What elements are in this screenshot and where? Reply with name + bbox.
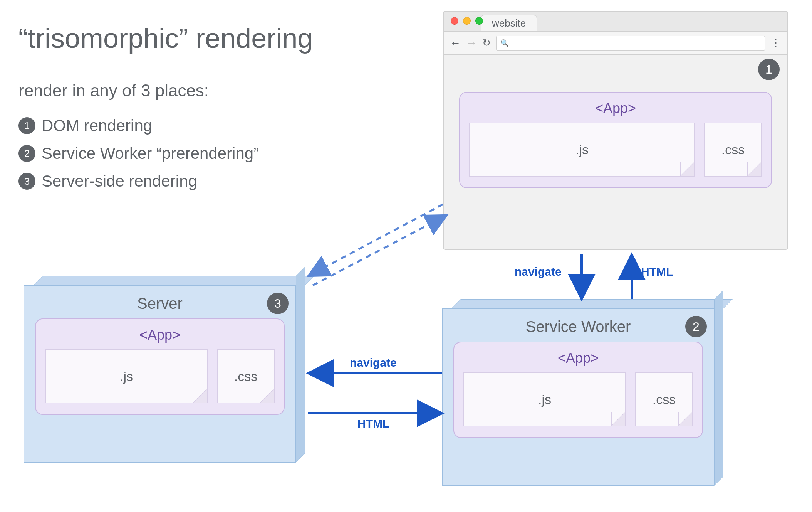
js-file-icon: .js <box>463 372 626 426</box>
css-file-icon: .css <box>635 372 693 426</box>
css-file-icon: .css <box>217 349 275 403</box>
diagram-subtitle: render in any of 3 places: <box>18 81 209 100</box>
file-ext-label: .css <box>721 142 745 157</box>
app-label: <App> <box>463 350 693 366</box>
css-file-icon: .css <box>704 123 762 177</box>
svg-line-0 <box>308 204 443 276</box>
diagram-title: “trisomorphic” rendering <box>18 22 313 54</box>
arrow-label-html-up: HTML <box>641 265 673 278</box>
list-number-badge: 1 <box>18 117 35 134</box>
arrow-label-html-right: HTML <box>357 417 389 430</box>
minimize-icon <box>463 17 471 25</box>
browser-tab: website <box>481 15 537 31</box>
window-traffic-lights <box>451 17 483 25</box>
browser-tabbar: website <box>444 12 787 32</box>
service-worker-title: Service Worker <box>453 318 703 335</box>
app-panel: <App> .js .css <box>35 318 285 415</box>
arrow-label-navigate-down: navigate <box>515 265 562 278</box>
reload-icon: ↻ <box>482 37 491 49</box>
app-panel: <App> .js .css <box>453 342 703 438</box>
file-ext-label: .css <box>234 369 257 384</box>
list-number-badge: 2 <box>18 145 35 162</box>
list-number-badge: 3 <box>18 173 35 190</box>
app-panel: <App> .js .css <box>459 92 772 188</box>
js-file-icon: .js <box>45 349 208 403</box>
close-icon <box>451 17 458 25</box>
address-bar: 🔍 <box>496 36 765 51</box>
back-icon: ← <box>450 37 461 49</box>
file-row: .js .css <box>463 372 693 426</box>
browser-toolbar: ← → ↻ 🔍 ⋮ <box>444 32 787 55</box>
browser-window: website ← → ↻ 🔍 ⋮ 1 <App> .js .css <box>443 11 788 250</box>
file-ext-label: .js <box>120 369 133 384</box>
location-badge-2: 2 <box>685 316 707 337</box>
svg-line-1 <box>313 215 447 285</box>
service-worker-block: Service Worker 2 <App> .js .css <box>442 308 714 486</box>
location-badge-1: 1 <box>758 59 780 80</box>
location-badge-3: 3 <box>267 293 289 314</box>
file-ext-label: .css <box>653 392 676 407</box>
search-icon: 🔍 <box>500 39 509 47</box>
js-file-icon: .js <box>469 123 695 177</box>
menu-icon: ⋮ <box>770 37 781 49</box>
server-title: Server <box>35 295 285 312</box>
arrow-label-navigate-left: navigate <box>350 356 397 369</box>
places-list: 1 DOM rendering 2 Service Worker “preren… <box>18 112 259 195</box>
file-row: .js .css <box>469 123 762 177</box>
forward-icon: → <box>466 37 477 49</box>
list-item-label: Server-side rendering <box>42 172 197 190</box>
app-label: <App> <box>469 100 762 116</box>
app-label: <App> <box>45 327 275 343</box>
file-ext-label: .js <box>538 392 551 407</box>
list-item-label: DOM rendering <box>42 116 152 135</box>
file-row: .js .css <box>45 349 275 403</box>
list-item: 2 Service Worker “prerendering” <box>18 140 259 167</box>
browser-viewport: 1 <App> .js .css <box>444 55 787 249</box>
server-block: Server 3 <App> .js .css <box>24 285 296 463</box>
maximize-icon <box>475 17 483 25</box>
list-item: 3 Server-side rendering <box>18 167 259 195</box>
list-item: 1 DOM rendering <box>18 112 259 140</box>
list-item-label: Service Worker “prerendering” <box>42 144 259 163</box>
file-ext-label: .js <box>575 142 589 157</box>
